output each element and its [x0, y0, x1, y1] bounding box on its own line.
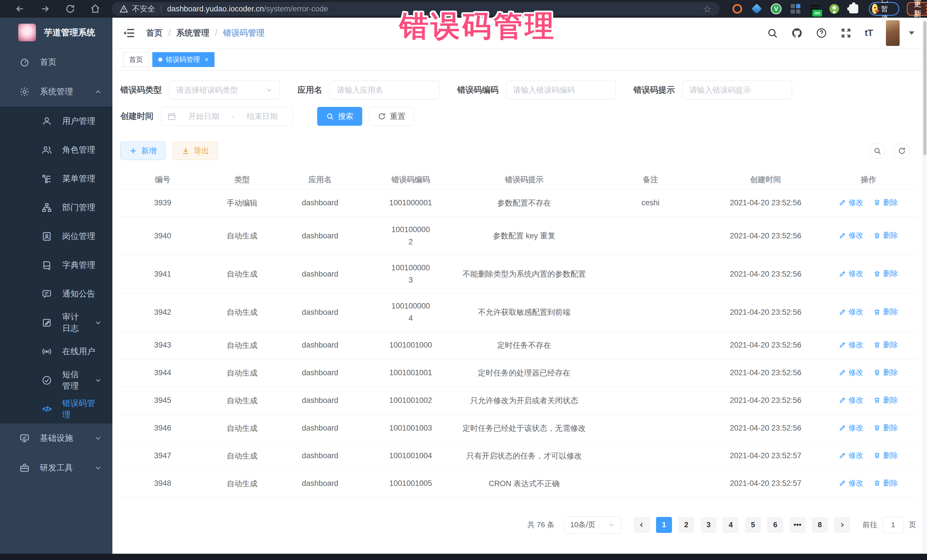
dashboard-icon [20, 57, 30, 67]
start-date-placeholder: 开始日期 [180, 111, 228, 121]
app-logo[interactable]: 芋道管理系统 [0, 18, 112, 47]
users-icon [42, 145, 52, 155]
type-select[interactable]: 请选择错误码类型 [169, 81, 280, 100]
next-page-button[interactable] [834, 517, 850, 533]
tab-error-code[interactable]: 错误码管理 × [152, 52, 214, 67]
bookmark-star-icon[interactable]: ☆ [703, 4, 712, 14]
browser-update-button[interactable]: 更新 [907, 2, 927, 16]
sidebar-item-departments[interactable]: 部门管理 [0, 193, 112, 222]
add-button[interactable]: 新增 [120, 142, 166, 160]
page-size-select[interactable]: 10条/页 [564, 516, 621, 533]
sidebar-item-dev-tools[interactable]: 研发工具 [0, 453, 112, 483]
page-button-8[interactable]: 8 [812, 517, 828, 533]
edit-link[interactable]: 修改 [839, 367, 863, 378]
sidebar-item-posts[interactable]: 岗位管理 [0, 222, 112, 250]
cell-msg: 参数配置 key 重复 [460, 217, 588, 255]
delete-link[interactable]: 删除 [873, 307, 898, 317]
delete-link[interactable]: 删除 [873, 231, 898, 240]
error-msg-input[interactable] [682, 81, 792, 100]
breadcrumb-system[interactable]: 系统管理 [176, 27, 209, 39]
cell-type: 自动生成 [205, 470, 279, 497]
goto-page-input[interactable] [883, 517, 904, 533]
delete-link[interactable]: 删除 [873, 423, 898, 433]
page-button-2[interactable]: 2 [678, 517, 694, 533]
reset-button[interactable]: 重置 [369, 107, 414, 126]
cell-remark [588, 255, 713, 293]
sidebar-item-roles[interactable]: 角色管理 [0, 135, 112, 164]
cell-app: dashboard [279, 293, 361, 331]
app-name-input[interactable] [330, 81, 439, 100]
edit-link[interactable]: 修改 [839, 478, 863, 488]
scrollbar-thumb[interactable] [923, 21, 926, 155]
edit-link[interactable]: 修改 [839, 269, 863, 279]
sidebar-fold-icon[interactable] [123, 28, 135, 38]
extension-v-icon[interactable]: V [771, 3, 781, 14]
sidebar-item-infrastructure[interactable]: 基础设施 [0, 423, 112, 453]
edit-link[interactable]: 修改 [839, 340, 863, 350]
user-avatar[interactable] [886, 20, 900, 46]
sidebar-item-system[interactable]: 系统管理 [0, 77, 112, 107]
back-icon[interactable] [15, 4, 25, 14]
extension-grid-icon[interactable] [790, 3, 801, 14]
sidebar-item-menus[interactable]: 菜单管理 [0, 164, 112, 193]
sidebar-item-error-code[interactable]: </> 错误码管理 [0, 395, 112, 423]
sidebar-item-sms[interactable]: 短信管理 [0, 366, 112, 395]
edit-link[interactable]: 修改 [839, 197, 863, 208]
avatar-caret-icon[interactable] [909, 31, 915, 35]
chevron-left-icon [638, 522, 645, 528]
delete-link[interactable]: 删除 [873, 478, 898, 488]
sidebar-item-online-users[interactable]: 在线用户 [0, 337, 112, 366]
tab-home[interactable]: 首页 [123, 52, 149, 67]
help-icon[interactable] [816, 27, 827, 39]
browser-menu-icon[interactable] [926, 5, 927, 14]
edit-link[interactable]: 修改 [839, 423, 863, 433]
page-button-6[interactable]: 6 [767, 517, 783, 533]
reload-icon[interactable] [65, 4, 75, 14]
more-pages-button[interactable]: ••• [790, 517, 805, 533]
edit-link[interactable]: 修改 [839, 395, 863, 405]
delete-link[interactable]: 删除 [873, 367, 898, 378]
cell-actions: 修改 删除 [818, 331, 918, 359]
edit-link[interactable]: 修改 [839, 307, 863, 317]
sidebar-item-users[interactable]: 用户管理 [0, 107, 112, 135]
edit-link[interactable]: 修改 [839, 451, 863, 460]
app-title: 芋道管理系统 [44, 27, 95, 38]
prev-page-button[interactable] [634, 517, 650, 533]
extension-ring-icon[interactable] [732, 3, 743, 14]
extension-list-icon[interactable]: on [810, 3, 820, 14]
github-icon[interactable] [791, 27, 802, 39]
delete-link[interactable]: 删除 [873, 197, 898, 208]
paused-profile-badge[interactable]: 已暂停 [869, 2, 899, 16]
refresh-button[interactable] [894, 143, 910, 159]
delete-link[interactable]: 删除 [873, 451, 898, 460]
error-code-input[interactable] [506, 81, 616, 100]
extension-gem-icon[interactable] [751, 3, 762, 14]
cell-msg: 只允许修改为开启或者关闭状态 [460, 387, 588, 414]
font-size-icon[interactable]: tT [865, 28, 873, 38]
toggle-search-button[interactable] [869, 143, 885, 159]
delete-link[interactable]: 删除 [873, 395, 898, 405]
date-range-picker[interactable]: 开始日期 - 结束日期 [161, 107, 293, 126]
sidebar-item-home[interactable]: 首页 [0, 47, 112, 77]
close-icon[interactable]: × [205, 56, 208, 63]
sidebar-item-notices[interactable]: 通知公告 [0, 279, 112, 308]
page-button-3[interactable]: 3 [701, 517, 716, 533]
sidebar-item-audit-log[interactable]: 审计日志 [0, 308, 112, 337]
delete-link[interactable]: 删除 [873, 340, 898, 350]
delete-link[interactable]: 删除 [873, 269, 898, 279]
export-button[interactable]: 导出 [173, 142, 218, 160]
edit-link[interactable]: 修改 [839, 231, 863, 240]
page-button-5[interactable]: 5 [745, 517, 761, 533]
breadcrumb-home[interactable]: 首页 [146, 27, 163, 39]
sidebar-item-dict[interactable]: 字典管理 [0, 250, 112, 279]
home-icon[interactable] [90, 4, 100, 14]
forward-icon[interactable] [40, 4, 50, 14]
search-icon[interactable] [767, 27, 778, 39]
search-button[interactable]: 搜索 [317, 107, 362, 126]
extension-person-icon[interactable] [829, 3, 840, 14]
page-button-4[interactable]: 4 [723, 517, 739, 533]
fullscreen-icon[interactable] [840, 27, 852, 39]
page-scrollbar[interactable] [922, 18, 927, 554]
page-button-1[interactable]: 1 [656, 517, 672, 533]
extensions-puzzle-icon[interactable] [848, 3, 859, 14]
